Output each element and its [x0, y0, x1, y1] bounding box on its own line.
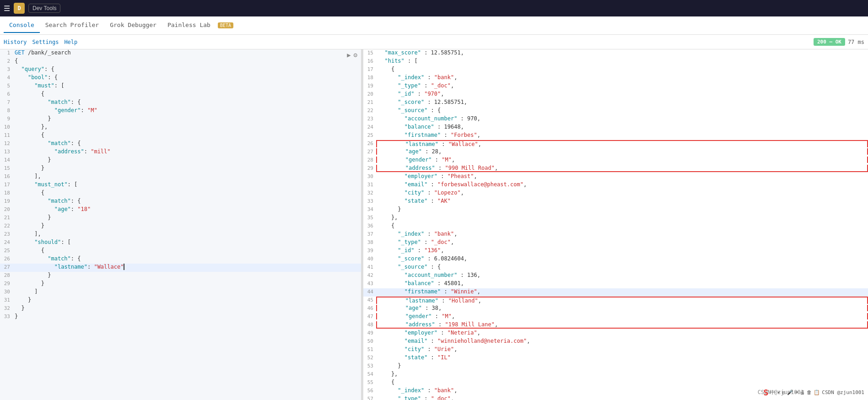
- beta-badge: BETA: [218, 22, 233, 28]
- code-line: 33 }: [0, 313, 361, 321]
- code-line: 9 }: [0, 115, 361, 124]
- code-line: 12 "match": {: [0, 140, 361, 148]
- code-line: 4 "bool": {: [0, 74, 361, 82]
- code-line: 23 ],: [0, 231, 361, 239]
- history-link[interactable]: History: [4, 39, 27, 45]
- code-line: 32 }: [0, 305, 361, 313]
- code-line: 29 }: [0, 280, 361, 288]
- code-line: 22 }: [0, 222, 361, 231]
- code-line: 17 "must_not": [: [0, 181, 361, 189]
- status-area: 200 – OK 77 ms: [814, 38, 864, 46]
- tab-console[interactable]: Console: [4, 18, 40, 33]
- code-line: 18 {: [0, 189, 361, 198]
- code-line: 30 ]: [0, 288, 361, 297]
- right-panel-wrapper: 15 "max_score" : 12.585751, 16 "hits" : …: [363, 49, 868, 400]
- dev-tools-button[interactable]: Dev Tools: [28, 4, 60, 13]
- code-line: 11 {: [0, 132, 361, 140]
- result-line: 47 "gender" : "M",: [363, 313, 868, 321]
- code-line: 16 ],: [0, 173, 361, 181]
- code-line: 21 }: [0, 214, 361, 222]
- result-line: 38 "_type" : "_doc",: [363, 239, 868, 247]
- result-line: 24 "balance" : 19648,: [363, 124, 868, 132]
- result-line: 15 "max_score" : 12.585751,: [363, 49, 868, 58]
- tab-search-profiler[interactable]: Search Profiler: [40, 18, 104, 33]
- result-line: 32 "city" : "Lopezo",: [363, 189, 868, 198]
- result-line: 43 "balance" : 45801,: [363, 280, 868, 288]
- result-line: 41 "_source" : {: [363, 264, 868, 272]
- result-line: 30 "employer" : "Pheast",: [363, 173, 868, 181]
- code-line: 25 {: [0, 247, 361, 255]
- left-panel: ▶ ⚙ 1 GET /bank/_search 2 { 3 "query": {…: [0, 49, 361, 400]
- tab-grok-debugger[interactable]: Grok Debugger: [104, 18, 162, 33]
- result-line: 36 {: [363, 222, 868, 231]
- results-content[interactable]: 15 "max_score" : 12.585751, 16 "hits" : …: [363, 49, 868, 400]
- result-line: 29 "address" : "990 Mill Road",: [363, 165, 868, 173]
- code-line: 6 {: [0, 91, 361, 99]
- code-line: 13 "address": "mill": [0, 148, 361, 157]
- code-line: 2 {: [0, 58, 361, 66]
- secondary-nav: History Settings Help 200 – OK 77 ms: [0, 35, 868, 49]
- code-line: 24 "should": [: [0, 239, 361, 247]
- result-line: 18 "_index" : "bank",: [363, 74, 868, 82]
- result-line: 51 "city" : "Urie",: [363, 346, 868, 354]
- tab-painless-lab[interactable]: Painless Lab: [162, 18, 216, 33]
- code-line: 3 "query": {: [0, 66, 361, 74]
- result-line: 34 }: [363, 206, 868, 214]
- time-badge: 77 ms: [848, 39, 864, 45]
- result-line: 19 "_type" : "_doc",: [363, 82, 868, 91]
- help-link[interactable]: Help: [64, 39, 77, 45]
- result-line: 20 "_id" : "970",: [363, 91, 868, 99]
- main-content: ▶ ⚙ 1 GET /bank/_search 2 { 3 "query": {…: [0, 49, 868, 400]
- result-line: 17 {: [363, 66, 868, 74]
- result-line: 45 "lastname" : "Holland",: [363, 297, 868, 305]
- result-line: 16 "hits" : [: [363, 58, 868, 66]
- code-line: 10 },: [0, 124, 361, 132]
- result-line: 37 "_index" : "bank",: [363, 231, 868, 239]
- settings-icon[interactable]: ⚙: [354, 51, 357, 59]
- code-line-highlighted: 27 "lastname": "Wallace"​: [0, 264, 361, 272]
- code-line: 1 GET /bank/_search: [0, 49, 361, 58]
- result-line: 28 "gender" : "M",: [363, 157, 868, 165]
- result-line: 39 "_id" : "136",: [363, 247, 868, 255]
- system-tray: S 中 • ◎ 🎤 ⌨ 🖨 🗑 📋 CSDN @zjun1001: [764, 388, 864, 397]
- result-line: 40 "_score" : 6.0824604,: [363, 255, 868, 264]
- app-icon: D: [14, 3, 25, 14]
- result-line: 33 "state" : "AK": [363, 198, 868, 206]
- result-line: 21 "_score" : 12.585751,: [363, 99, 868, 107]
- settings-link[interactable]: Settings: [32, 39, 59, 45]
- result-line: 27 "age" : 28,: [363, 148, 868, 157]
- code-editor[interactable]: 1 GET /bank/_search 2 { 3 "query": { 4 "…: [0, 49, 361, 400]
- result-line: 54 },: [363, 371, 868, 379]
- code-line: 7 "match": {: [0, 99, 361, 107]
- run-icon[interactable]: ▶: [347, 51, 350, 59]
- result-line: 42 "account_number" : 136,: [363, 272, 868, 280]
- secondary-nav-left: History Settings Help: [4, 39, 77, 45]
- result-line: 50 "email" : "winnieholland@neteria.com"…: [363, 338, 868, 346]
- right-panel: 15 "max_score" : 12.585751, 16 "hits" : …: [363, 49, 868, 400]
- result-line: 53 }: [363, 362, 868, 371]
- result-line: 25 "firstname" : "Forbes",: [363, 132, 868, 140]
- result-line: 46 "age" : 38,: [363, 305, 868, 313]
- result-line-highlighted: 44 "firstname" : "Winnie",: [363, 288, 868, 297]
- code-line: 19 "match": {: [0, 198, 361, 206]
- result-line: 31 "email" : "forbeswallace@pheast.com",: [363, 181, 868, 189]
- result-line: 23 "account_number" : 970,: [363, 115, 868, 124]
- result-line: 22 "_source" : {: [363, 107, 868, 115]
- code-line: 31 }: [0, 297, 361, 305]
- result-line: 26 "lastname" : "Wallace",: [363, 140, 868, 148]
- code-line: 5 "must": [: [0, 82, 361, 91]
- top-bar: ☰ D Dev Tools: [0, 0, 868, 16]
- editor-toolbar: ▶ ⚙: [347, 51, 357, 59]
- code-line: 8 "gender": "M": [0, 107, 361, 115]
- code-line: 14 }: [0, 157, 361, 165]
- result-line: 52 "state" : "IL": [363, 354, 868, 362]
- code-line: 15 }: [0, 165, 361, 173]
- hamburger-icon[interactable]: ☰: [4, 4, 10, 13]
- code-line: 20 "age": "18": [0, 206, 361, 214]
- result-line: 35 },: [363, 214, 868, 222]
- nav-tabs: Console Search Profiler Grok Debugger Pa…: [0, 16, 868, 35]
- code-line: 28 }: [0, 272, 361, 280]
- result-line: 55 {: [363, 379, 868, 387]
- result-line: 49 "employer" : "Neteria",: [363, 330, 868, 338]
- status-badge: 200 – OK: [814, 38, 845, 46]
